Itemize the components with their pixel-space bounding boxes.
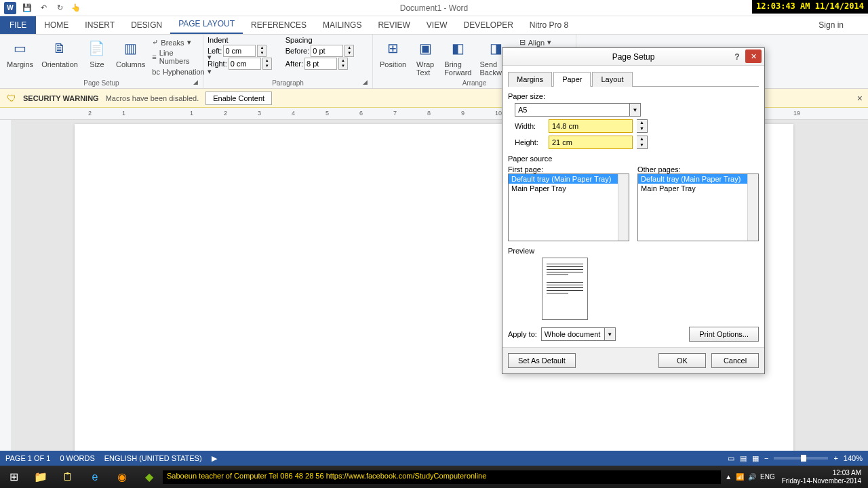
width-label: Width: — [515, 122, 545, 130]
ribbon-tabs: FILE HOME INSERT DESIGN PAGE LAYOUT REFE… — [0, 16, 868, 35]
wrap-text-button[interactable]: ▣Wrap Text — [412, 36, 439, 78]
tab-margins[interactable]: Margins — [508, 72, 552, 87]
zoom-level[interactable]: 140% — [844, 454, 863, 462]
redo-icon[interactable]: ↻ — [54, 3, 65, 14]
tab-layout[interactable]: Layout — [592, 72, 632, 87]
tab-references[interactable]: REFERENCES — [243, 16, 315, 34]
spinner[interactable]: ▲▼ — [338, 58, 348, 70]
apply-to-combo[interactable]: Whole document▼ — [541, 327, 616, 341]
preview-box — [542, 258, 588, 320]
tab-nitro[interactable]: Nitro Pro 8 — [521, 16, 576, 34]
view-web-icon[interactable]: ▦ — [752, 454, 759, 463]
spinner[interactable]: ▲▼ — [262, 58, 272, 70]
page-count[interactable]: PAGE 1 OF 1 — [5, 454, 50, 462]
zoom-slider[interactable] — [774, 457, 828, 460]
set-default-button[interactable]: Set As Default — [508, 353, 576, 368]
dialog-tabs: Margins Paper Layout — [508, 71, 759, 87]
list-item[interactable]: Default tray (Main Paper Tray) — [509, 174, 629, 184]
width-spinner[interactable]: ▲▼ — [637, 119, 648, 133]
tab-page-layout[interactable]: PAGE LAYOUT — [170, 15, 243, 34]
ie-icon[interactable]: e — [81, 466, 108, 488]
language-status[interactable]: ENGLISH (UNITED STATES) — [104, 454, 202, 462]
chevron-down-icon[interactable]: ▼ — [604, 328, 615, 340]
spinner[interactable]: ▲▼ — [257, 45, 267, 57]
paper-size-combo[interactable]: A5▼ — [515, 103, 641, 117]
spacing-label: Spacing — [285, 36, 354, 44]
dialog-titlebar[interactable]: Page Setup ? ✕ — [502, 48, 764, 66]
sign-in-link[interactable]: Sign in — [814, 16, 848, 34]
height-input[interactable] — [549, 136, 633, 149]
ok-button[interactable]: OK — [658, 353, 706, 368]
view-print-icon[interactable]: ▤ — [740, 454, 747, 463]
zoom-in[interactable]: + — [833, 454, 837, 462]
sticky-notes-icon[interactable]: 🗒 — [54, 466, 81, 488]
tab-review[interactable]: REVIEW — [370, 16, 418, 34]
orientation-button[interactable]: 🗎Orientation — [39, 36, 81, 77]
first-page-listbox[interactable]: Default tray (Main Paper Tray) Main Pape… — [508, 174, 629, 241]
list-item[interactable]: Default tray (Main Paper Tray) — [638, 174, 758, 184]
quick-access-toolbar: W 💾 ↶ ↻ 👆 — [0, 2, 85, 14]
app-icon[interactable]: ◆ — [136, 466, 163, 488]
tab-file[interactable]: FILE — [0, 16, 36, 34]
margins-button[interactable]: ▭Margins — [4, 36, 36, 77]
bring-forward-button[interactable]: ◧Bring Forward — [441, 36, 474, 78]
view-read-icon[interactable]: ▭ — [728, 454, 734, 463]
left-label: Left: — [208, 47, 222, 55]
dialog-title-text: Page Setup — [612, 52, 655, 62]
tab-design[interactable]: DESIGN — [123, 16, 170, 34]
network-icon[interactable]: 📶 — [736, 473, 744, 481]
save-icon[interactable]: 💾 — [22, 3, 33, 14]
position-button[interactable]: ⊞Position — [377, 36, 409, 78]
size-button[interactable]: 📄Size — [83, 36, 111, 77]
spacing-after-input[interactable] — [304, 58, 337, 70]
word-count[interactable]: 0 WORDS — [60, 454, 94, 462]
wrap-icon: ▣ — [414, 37, 436, 59]
chevron-down-icon[interactable]: ▼ — [629, 104, 640, 116]
tab-home[interactable]: HOME — [36, 16, 77, 34]
spacing-before-input[interactable] — [311, 45, 343, 57]
enable-content-button[interactable]: Enable Content — [205, 92, 272, 105]
scrollbar[interactable] — [618, 174, 629, 241]
scrollbar[interactable] — [747, 174, 758, 241]
explorer-icon[interactable]: 📁 — [27, 466, 54, 488]
tab-mailings[interactable]: MAILINGS — [315, 16, 370, 34]
print-options-button[interactable]: Print Options... — [689, 327, 759, 342]
tray-chevron-icon[interactable]: ▲ — [725, 473, 732, 481]
page-setup-launcher[interactable]: ◢ — [193, 79, 200, 85]
tab-paper[interactable]: Paper — [553, 72, 591, 87]
columns-button[interactable]: ▥Columns — [113, 36, 148, 77]
paragraph-launcher[interactable]: ◢ — [363, 79, 370, 85]
indent-left-input[interactable] — [223, 45, 256, 57]
apply-to-label: Apply to: — [508, 330, 537, 338]
first-page-label: First page: — [508, 165, 629, 174]
start-button[interactable]: ⊞ — [0, 466, 27, 488]
lang-indicator[interactable]: ENG — [760, 473, 775, 481]
tab-developer[interactable]: DEVELOPER — [455, 16, 521, 34]
touchmode-icon[interactable]: 👆 — [71, 3, 81, 14]
close-icon[interactable]: × — [857, 93, 863, 104]
other-pages-listbox[interactable]: Default tray (Main Paper Tray) Main Pape… — [637, 174, 759, 241]
tray-clock[interactable]: 12:03 AMFriday-14-November-2014 — [779, 469, 864, 485]
volume-icon[interactable]: 🔊 — [748, 473, 756, 481]
help-button[interactable]: ? — [730, 52, 744, 62]
height-spinner[interactable]: ▲▼ — [637, 136, 648, 149]
bring-forward-icon: ◧ — [447, 37, 469, 59]
zoom-out[interactable]: − — [764, 454, 768, 462]
spinner[interactable]: ▲▼ — [344, 45, 354, 57]
tab-view[interactable]: VIEW — [418, 16, 456, 34]
list-item[interactable]: Main Paper Tray — [509, 184, 629, 193]
macros-icon[interactable]: ▶ — [212, 454, 217, 463]
undo-icon[interactable]: ↶ — [38, 3, 49, 14]
app-icon[interactable]: ◉ — [108, 466, 136, 488]
columns-icon: ▥ — [120, 37, 142, 59]
cancel-button[interactable]: Cancel — [711, 353, 759, 368]
width-input[interactable] — [549, 119, 633, 133]
close-button[interactable]: ✕ — [745, 49, 762, 63]
indent-right-input[interactable] — [229, 58, 261, 70]
vertical-ruler[interactable] — [0, 120, 12, 466]
tab-insert[interactable]: INSERT — [77, 16, 123, 34]
right-label: Right: — [208, 60, 227, 68]
word-icon: W — [4, 2, 16, 14]
align-button[interactable]: ⊟ Align ▾ — [518, 37, 553, 47]
list-item[interactable]: Main Paper Tray — [638, 184, 758, 193]
